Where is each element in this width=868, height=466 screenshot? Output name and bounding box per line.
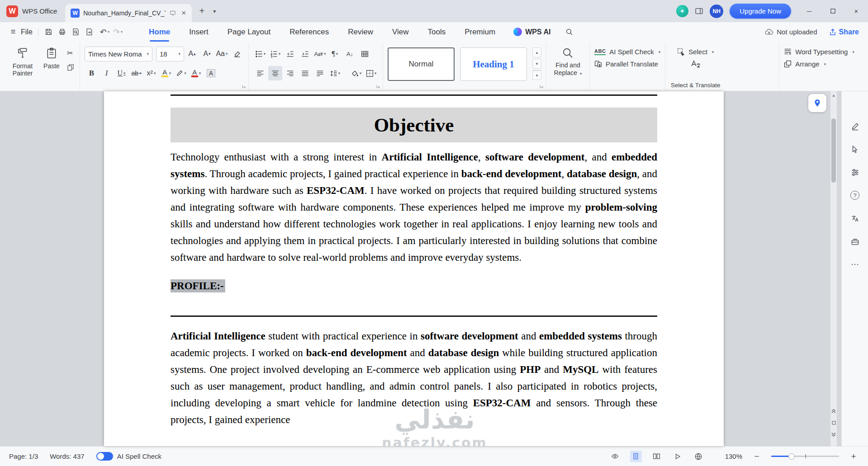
objective-heading[interactable]: Objective <box>171 108 657 142</box>
copy-icon[interactable] <box>67 64 74 71</box>
tab-list-chevron-icon[interactable]: ▾ <box>209 4 220 19</box>
help-icon[interactable]: ? <box>850 190 860 200</box>
upload-status[interactable]: Not uploaded <box>765 28 817 36</box>
minimize-button[interactable]: ─ <box>797 0 821 22</box>
underline-icon[interactable]: U▾ <box>114 66 128 80</box>
translate-icon[interactable] <box>850 213 860 223</box>
tab-tools[interactable]: Tools <box>427 22 446 42</box>
file-menu[interactable]: File <box>21 28 33 36</box>
shading-icon[interactable]: ▾ <box>349 66 363 80</box>
bullets-icon[interactable]: ▾ <box>253 47 267 61</box>
more-options-icon[interactable]: ⋯ <box>850 259 860 269</box>
style-gallery-down-icon[interactable]: ▾ <box>532 59 541 69</box>
paste-button[interactable]: Paste <box>37 43 66 91</box>
insert-table-grid-icon[interactable] <box>358 47 372 61</box>
increase-font-icon[interactable]: A▴ <box>185 47 199 61</box>
ai-assistant-icon[interactable] <box>676 5 688 17</box>
distribute-icon[interactable] <box>313 66 327 80</box>
print-icon[interactable] <box>56 25 69 39</box>
paragraph-mark-icon[interactable]: ¶▾ <box>328 47 342 61</box>
select-cursor-icon[interactable] <box>850 144 860 154</box>
zoom-percentage[interactable]: 130% <box>725 452 742 460</box>
next-page-button[interactable] <box>829 430 838 439</box>
ai-spell-check-button[interactable]: ABC AI Spell Check ▾ <box>594 48 660 56</box>
style-gallery-up-icon[interactable]: ▴ <box>532 47 541 57</box>
styles-dialog-launcher-icon[interactable] <box>539 84 544 89</box>
line-spacing-icon[interactable]: ▾ <box>328 66 342 80</box>
character-scale-icon[interactable]: A⇄▾ <box>313 47 327 61</box>
align-right-icon[interactable] <box>283 66 297 80</box>
paragraph-dialog-launcher-icon[interactable] <box>376 84 380 89</box>
find-replace-group[interactable]: Find and Replace ▾ <box>546 43 589 91</box>
change-case-icon[interactable]: Aa▾ <box>215 47 229 61</box>
tab-view[interactable]: View <box>392 22 409 42</box>
document-tab[interactable]: W Nourhan_Hamdy_Final_CV_Te × <box>65 4 192 22</box>
zoom-out-button[interactable]: − <box>751 452 762 461</box>
profile-paragraph[interactable]: Artificial Intelligence student with pra… <box>171 328 657 428</box>
zoom-slider-thumb[interactable] <box>788 453 795 460</box>
superscript-icon[interactable]: x²▾ <box>144 66 158 80</box>
new-tab-button[interactable]: + <box>194 4 209 19</box>
tab-references[interactable]: References <box>289 22 329 42</box>
vertical-scrollbar[interactable]: ▲ <box>830 91 837 446</box>
parallel-translate-button[interactable]: Parallel Translate <box>594 60 660 68</box>
profile-label[interactable]: PROFILE:- <box>171 280 657 292</box>
sort-icon[interactable]: A↓ <box>343 47 357 61</box>
navigation-pin-button[interactable] <box>808 94 826 112</box>
print-preview-icon[interactable] <box>69 25 83 39</box>
borders-icon[interactable]: ▾ <box>364 66 378 80</box>
style-heading1[interactable]: Heading 1 <box>460 47 527 81</box>
align-left-icon[interactable] <box>253 66 267 80</box>
upgrade-button[interactable]: Upgrade Now <box>730 4 791 19</box>
font-size-combobox[interactable]: 18▾ <box>156 47 184 61</box>
wps-ai-button[interactable]: WPS AI <box>513 28 550 36</box>
document-page[interactable]: Objective Technology enthusiast with a s… <box>104 91 724 446</box>
cut-icon[interactable]: ✂ <box>67 49 74 57</box>
increase-indent-icon[interactable] <box>298 47 312 61</box>
search-icon[interactable] <box>562 25 576 39</box>
redo-button[interactable]: ↷▾ <box>113 27 123 37</box>
settings-sliders-icon[interactable] <box>850 167 860 177</box>
tab-close-icon[interactable]: × <box>180 9 187 18</box>
main-menu-icon[interactable]: ≡ <box>6 25 20 39</box>
tab-page-layout[interactable]: Page Layout <box>228 22 270 42</box>
multi-page-view-icon[interactable] <box>651 451 663 462</box>
toolbox-icon[interactable] <box>850 236 860 246</box>
align-center-icon[interactable] <box>268 66 282 80</box>
tab-premium[interactable]: Premium <box>465 22 495 42</box>
scroll-up-icon[interactable]: ▲ <box>830 93 837 98</box>
font-color-icon[interactable]: A▾ <box>189 66 203 80</box>
decrease-font-icon[interactable]: A▾ <box>200 47 214 61</box>
save-icon[interactable] <box>42 25 56 39</box>
annotate-pen-icon[interactable] <box>850 121 860 131</box>
reading-eye-icon[interactable] <box>609 451 621 462</box>
bold-icon[interactable]: B <box>85 66 99 80</box>
ai-spell-check-toggle[interactable] <box>96 452 113 461</box>
italic-icon[interactable]: I <box>100 66 114 80</box>
avatar[interactable]: NH <box>710 5 723 18</box>
numbering-icon[interactable]: ▾ <box>268 47 282 61</box>
export-pdf-icon[interactable] <box>83 25 96 39</box>
highlight-icon[interactable]: A▾ <box>159 66 173 80</box>
undo-button[interactable]: ↶▾ <box>100 27 109 37</box>
zoom-in-button[interactable]: + <box>848 452 859 461</box>
arrange-button[interactable]: Arrange ▾ <box>784 60 854 68</box>
style-normal[interactable]: Normal <box>388 47 455 81</box>
wps-brand-tab[interactable]: W WPS Office <box>0 0 65 22</box>
tab-review[interactable]: Review <box>348 22 373 42</box>
ink-pen-icon[interactable]: ▾ <box>174 66 188 80</box>
previous-page-button[interactable] <box>829 406 838 415</box>
character-shading-icon[interactable]: A <box>204 66 218 80</box>
close-button[interactable]: × <box>844 0 868 22</box>
page-indicator[interactable]: Page: 1/3 <box>9 452 38 460</box>
justify-icon[interactable] <box>298 66 312 80</box>
style-gallery-more-icon[interactable]: ▾ <box>532 70 541 80</box>
clear-formatting-icon[interactable] <box>230 47 244 61</box>
scrollbar-thumb[interactable] <box>831 118 836 183</box>
share-button[interactable]: Share <box>829 28 859 36</box>
font-dialog-launcher-icon[interactable] <box>242 84 246 89</box>
word-count[interactable]: Words: 437 <box>50 452 84 460</box>
format-painter-button[interactable]: Format Painter <box>8 43 37 91</box>
select-translate-button[interactable] <box>690 60 701 71</box>
decrease-indent-icon[interactable] <box>283 47 297 61</box>
